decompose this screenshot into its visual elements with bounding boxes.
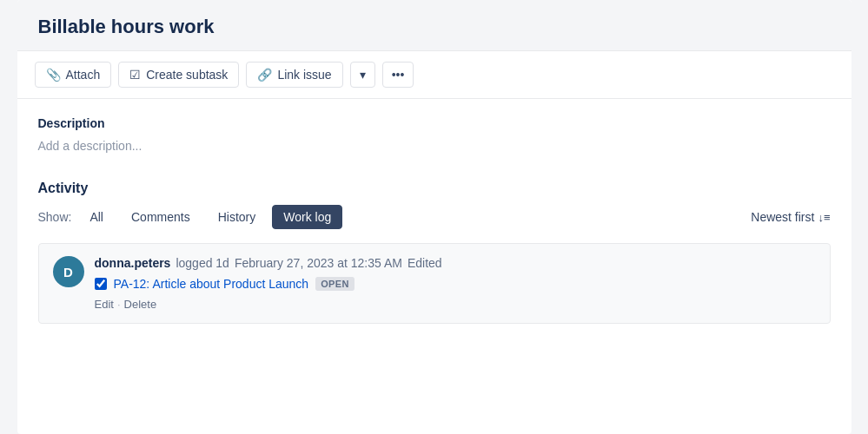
activity-section: Activity Show: All Comments History Work… — [38, 181, 831, 324]
dropdown-icon: ▾ — [360, 68, 366, 82]
dropdown-button[interactable]: ▾ — [350, 62, 375, 88]
avatar: D — [53, 256, 84, 287]
entry-content: donna.peters logged 1d February 27, 2023… — [95, 256, 816, 311]
activity-entry: D donna.peters logged 1d February 27, 20… — [38, 243, 831, 324]
sort-label: Newest first — [751, 210, 814, 224]
filter-worklog-label: Work log — [283, 210, 331, 224]
content-area: Description Add a description... Activit… — [17, 99, 851, 341]
show-label: Show: — [38, 210, 72, 224]
description-section: Description Add a description... — [38, 116, 831, 156]
issue-link[interactable]: PA-12: Article about Product Launch — [114, 277, 309, 291]
page-title: Billable hours work — [38, 16, 831, 38]
link-icon: 🔗 — [257, 68, 272, 82]
avatar-initial: D — [63, 265, 73, 279]
filter-all-button[interactable]: All — [78, 205, 115, 229]
entry-actions: Edit · Delete — [95, 298, 816, 311]
sort-control[interactable]: Newest first ↓≡ — [751, 210, 830, 224]
activity-header: Activity — [38, 181, 831, 196]
sort-icon: ↓≡ — [818, 211, 830, 224]
filter-all-label: All — [89, 210, 103, 224]
show-row: Show: All Comments History Work log Newe… — [38, 205, 831, 229]
delete-button[interactable]: Delete — [124, 298, 157, 311]
filter-history-label: History — [218, 210, 256, 224]
filter-worklog-button[interactable]: Work log — [272, 205, 342, 229]
entry-meta: donna.peters logged 1d February 27, 2023… — [95, 256, 816, 270]
edit-button[interactable]: Edit — [95, 298, 114, 311]
entry-edited: Edited — [407, 256, 442, 270]
link-issue-button[interactable]: 🔗 Link issue — [246, 62, 342, 88]
link-issue-label: Link issue — [277, 68, 331, 82]
issue-checkbox[interactable] — [95, 278, 107, 290]
more-icon: ••• — [392, 68, 405, 82]
issue-link-row: PA-12: Article about Product Launch OPEN — [95, 277, 816, 291]
attach-icon: 📎 — [46, 68, 61, 82]
create-subtask-icon: ☑ — [129, 68, 141, 82]
attach-button[interactable]: 📎 Attach — [35, 62, 112, 88]
filter-history-button[interactable]: History — [207, 205, 268, 229]
description-placeholder[interactable]: Add a description... — [38, 135, 831, 156]
toolbar: 📎 Attach ☑ Create subtask 🔗 Link issue ▾… — [17, 51, 851, 99]
entry-action: logged 1d — [176, 256, 229, 270]
entry-timestamp: February 27, 2023 at 12:35 AM — [235, 256, 402, 270]
more-button[interactable]: ••• — [382, 62, 414, 88]
description-label: Description — [38, 116, 831, 130]
dot-separator: · — [117, 298, 121, 311]
status-badge: OPEN — [315, 277, 354, 291]
create-subtask-button[interactable]: ☑ Create subtask — [118, 62, 239, 88]
attach-label: Attach — [66, 68, 101, 82]
main-container: Billable hours work 📎 Attach ☑ Create su… — [17, 0, 851, 434]
create-subtask-label: Create subtask — [146, 68, 228, 82]
entry-user: donna.peters — [95, 256, 171, 270]
filter-comments-label: Comments — [131, 210, 190, 224]
title-bar: Billable hours work — [17, 0, 851, 51]
filter-comments-button[interactable]: Comments — [120, 205, 202, 229]
